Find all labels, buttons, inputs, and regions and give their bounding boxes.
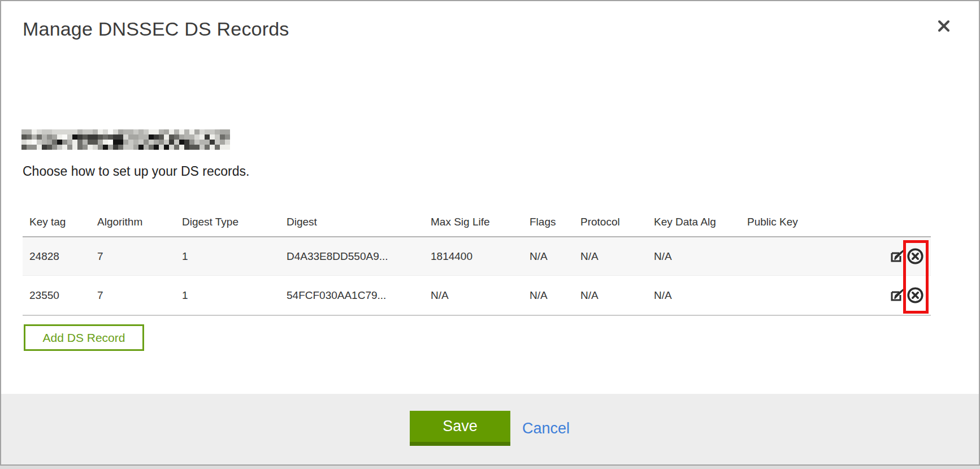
manage-dnssec-modal: Manage DNSSEC DS Records Choose how to s… — [0, 0, 980, 466]
col-header-key-tag: Key tag — [23, 208, 90, 237]
setup-instruction-text: Choose how to set up your DS records. — [23, 164, 249, 179]
x-icon-glyph — [937, 19, 951, 33]
col-header-protocol: Protocol — [574, 208, 647, 237]
cancel-link[interactable]: Cancel — [522, 411, 570, 446]
col-header-key-data-alg: Key Data Alg — [647, 208, 740, 237]
table-row: 24828 7 1 D4A33E8DD550A9... 1814400 N/A … — [23, 237, 931, 276]
cell-digest: 54FCF030AA1C79... — [280, 276, 424, 316]
cell-max-sig-life: N/A — [424, 276, 523, 316]
cell-key-tag: 23550 — [23, 276, 90, 316]
edit-icon[interactable] — [890, 288, 905, 303]
cell-digest-type: 1 — [175, 237, 280, 276]
modal-footer: Save Cancel — [1, 394, 979, 464]
redacted-domain — [21, 129, 230, 150]
delete-circle-x-icon[interactable] — [907, 286, 924, 304]
cell-algorithm: 7 — [90, 237, 175, 276]
col-header-actions — [877, 208, 931, 237]
table-row: 23550 7 1 54FCF030AA1C79... N/A N/A N/A … — [23, 276, 931, 316]
cell-public-key — [740, 276, 877, 316]
col-header-digest-type: Digest Type — [175, 208, 280, 237]
col-header-digest: Digest — [280, 208, 424, 237]
page-title: Manage DNSSEC DS Records — [23, 18, 289, 40]
cell-protocol: N/A — [574, 237, 647, 276]
col-header-public-key: Public Key — [740, 208, 877, 237]
cell-key-data-alg: N/A — [647, 276, 740, 316]
cell-public-key — [740, 237, 877, 276]
table-header-row: Key tag Algorithm Digest Type Digest Max… — [23, 208, 931, 237]
cell-flags: N/A — [523, 237, 574, 276]
delete-circle-x-icon[interactable] — [907, 247, 924, 265]
cell-key-tag: 24828 — [23, 237, 90, 276]
col-header-flags: Flags — [523, 208, 574, 237]
add-ds-record-button[interactable]: Add DS Record — [24, 324, 144, 351]
cell-digest-type: 1 — [175, 276, 280, 316]
cell-digest: D4A33E8DD550A9... — [280, 237, 424, 276]
close-icon[interactable] — [936, 18, 952, 34]
cell-key-data-alg: N/A — [647, 237, 740, 276]
save-button[interactable]: Save — [410, 411, 510, 446]
edit-icon[interactable] — [890, 249, 905, 264]
cell-flags: N/A — [523, 276, 574, 316]
col-header-max-sig-life: Max Sig Life — [424, 208, 523, 237]
ds-records-table: Key tag Algorithm Digest Type Digest Max… — [23, 208, 931, 316]
cell-max-sig-life: 1814400 — [424, 237, 523, 276]
cell-algorithm: 7 — [90, 276, 175, 316]
col-header-algorithm: Algorithm — [90, 208, 175, 237]
cell-protocol: N/A — [574, 276, 647, 316]
